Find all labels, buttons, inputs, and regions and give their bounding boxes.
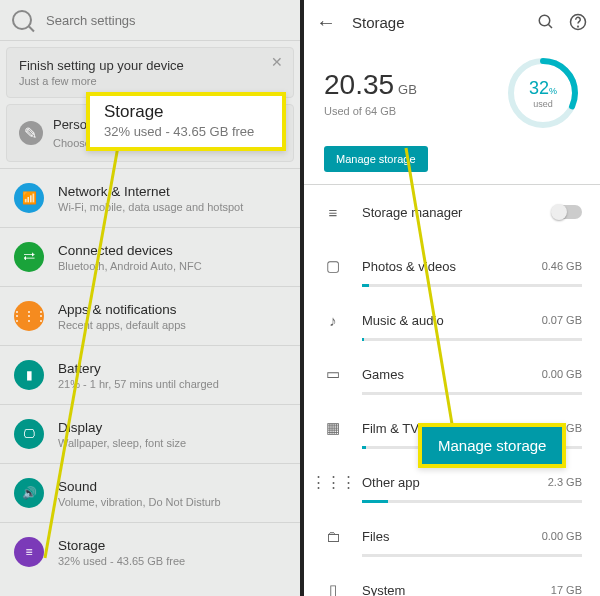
- storage-row[interactable]: ♪ Music & audio0.07 GB: [304, 293, 600, 347]
- storage-row[interactable]: ▢ Photos & videos0.46 GB: [304, 239, 600, 293]
- item-title: Apps & notifications: [58, 302, 186, 317]
- search-icon: [12, 10, 32, 30]
- search-input[interactable]: [46, 13, 288, 28]
- callout-sub: 32% used - 43.65 GB free: [104, 124, 268, 139]
- storage-summary: 20.35GB Used of 64 GB 32% used: [304, 44, 600, 138]
- row-icon: ≡: [322, 204, 344, 221]
- setup-sub: Just a few more: [19, 75, 281, 87]
- item-sub: Bluetooth, Android Auto, NFC: [58, 260, 202, 272]
- edit-icon: ✎: [19, 121, 43, 145]
- row-value: 2.3 GB: [548, 476, 582, 488]
- search-icon[interactable]: [536, 12, 556, 32]
- row-label: Photos & videos: [362, 259, 542, 274]
- row-icon: ⋮⋮⋮: [322, 473, 344, 491]
- sound-icon: 🔊: [14, 478, 44, 508]
- settings-item-devices[interactable]: ⮂ Connected devices Bluetooth, Android A…: [0, 228, 300, 286]
- row-label: Files: [362, 529, 542, 544]
- storage-icon: ≡: [14, 537, 44, 567]
- progress-bar: [362, 554, 582, 557]
- setup-card[interactable]: ✕ Finish setting up your device Just a f…: [6, 47, 294, 98]
- item-sub: Volume, vibration, Do Not Disturb: [58, 496, 221, 508]
- storage-row[interactable]: ▯ System17 GB: [304, 563, 600, 596]
- close-icon[interactable]: ✕: [271, 54, 283, 70]
- row-value: 0.07 GB: [542, 314, 582, 326]
- callout-title: Storage: [104, 102, 268, 122]
- row-label: System: [362, 583, 551, 597]
- storage-panel: ← Storage 20.35GB Used of 64 GB 32% used…: [304, 0, 600, 596]
- item-title: Battery: [58, 361, 219, 376]
- progress-bar: [362, 392, 582, 395]
- item-title: Storage: [58, 538, 185, 553]
- ring-label: used: [533, 99, 553, 109]
- progress-bar: [362, 338, 582, 341]
- callout-storage: Storage 32% used - 43.65 GB free: [86, 92, 286, 151]
- apps-icon: ⋮⋮⋮: [14, 301, 44, 331]
- item-title: Sound: [58, 479, 221, 494]
- settings-panel: ✕ Finish setting up your device Just a f…: [0, 0, 300, 596]
- row-label: Other app: [362, 475, 548, 490]
- settings-item-wifi[interactable]: 📶 Network & Internet Wi-Fi, mobile, data…: [0, 169, 300, 227]
- search-bar[interactable]: [0, 0, 300, 40]
- callout-title: Manage storage: [438, 437, 546, 454]
- svg-line-3: [548, 24, 552, 28]
- storage-row[interactable]: ≡ Storage manager: [304, 185, 600, 239]
- progress-bar: [362, 284, 582, 287]
- row-icon: ▭: [322, 365, 344, 383]
- row-icon: ▢: [322, 257, 344, 275]
- used-of: Used of 64 GB: [324, 105, 506, 117]
- devices-icon: ⮂: [14, 242, 44, 272]
- wifi-icon: 📶: [14, 183, 44, 213]
- settings-item-apps[interactable]: ⋮⋮⋮ Apps & notifications Recent apps, de…: [0, 287, 300, 345]
- item-sub: Recent apps, default apps: [58, 319, 186, 331]
- row-value: 0.46 GB: [542, 260, 582, 272]
- usage-ring: 32% used: [506, 56, 580, 130]
- progress-bar: [362, 500, 582, 503]
- item-title: Network & Internet: [58, 184, 243, 199]
- setup-title: Finish setting up your device: [19, 58, 281, 73]
- used-unit: GB: [398, 82, 417, 97]
- svg-point-5: [578, 26, 579, 27]
- manage-storage-button[interactable]: Manage storage: [324, 146, 428, 172]
- callout-manage: Manage storage: [418, 423, 566, 468]
- item-sub: 21% - 1 hr, 57 mins until charged: [58, 378, 219, 390]
- back-icon[interactable]: ←: [316, 11, 336, 34]
- item-sub: 32% used - 43.65 GB free: [58, 555, 185, 567]
- storage-row[interactable]: ▭ Games0.00 GB: [304, 347, 600, 401]
- settings-item-sound[interactable]: 🔊 Sound Volume, vibration, Do Not Distur…: [0, 464, 300, 522]
- storage-row[interactable]: 🗀 Files0.00 GB: [304, 509, 600, 563]
- item-sub: Wallpaper, sleep, font size: [58, 437, 186, 449]
- settings-item-display[interactable]: 🖵 Display Wallpaper, sleep, font size: [0, 405, 300, 463]
- display-icon: 🖵: [14, 419, 44, 449]
- toggle[interactable]: [552, 205, 582, 219]
- used-value: 20.35: [324, 69, 394, 100]
- ring-percent: 32: [529, 78, 549, 98]
- row-icon: ▯: [322, 581, 344, 596]
- item-sub: Wi-Fi, mobile, data usage and hotspot: [58, 201, 243, 213]
- row-label: Storage manager: [362, 205, 552, 220]
- row-value: 0.00 GB: [542, 530, 582, 542]
- row-label: Music & audio: [362, 313, 542, 328]
- settings-item-storage[interactable]: ≡ Storage 32% used - 43.65 GB free: [0, 523, 300, 581]
- item-title: Display: [58, 420, 186, 435]
- row-icon: ▦: [322, 419, 344, 437]
- row-icon: 🗀: [322, 528, 344, 545]
- battery-icon: ▮: [14, 360, 44, 390]
- item-title: Connected devices: [58, 243, 202, 258]
- row-icon: ♪: [322, 312, 344, 329]
- svg-point-2: [539, 15, 550, 26]
- row-label: Games: [362, 367, 542, 382]
- row-value: 17 GB: [551, 584, 582, 596]
- row-value: 0.00 GB: [542, 368, 582, 380]
- storage-header: ← Storage: [304, 0, 600, 44]
- help-icon[interactable]: [568, 12, 588, 32]
- settings-item-battery[interactable]: ▮ Battery 21% - 1 hr, 57 mins until char…: [0, 346, 300, 404]
- page-title: Storage: [352, 14, 524, 31]
